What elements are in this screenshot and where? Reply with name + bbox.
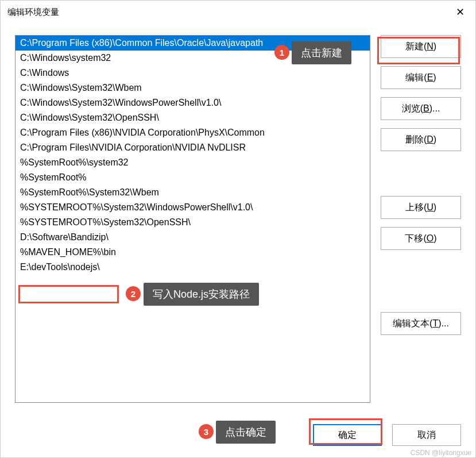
new-button[interactable]: 新建(N) [381, 35, 461, 58]
list-item[interactable]: E:\devTools\nodejs\ [16, 260, 370, 275]
button-column: 新建(N) 编辑(E) 浏览(B)... 删除(D) 上移(U) 下移(O) 编… [381, 35, 461, 410]
list-item[interactable]: %SystemRoot%\system32 [16, 155, 370, 170]
move-down-button[interactable]: 下移(O) [381, 227, 461, 250]
path-list[interactable]: C:\Program Files (x86)\Common Files\Orac… [15, 35, 370, 403]
list-item[interactable]: C:\Program Files\NVIDIA Corporation\NVID… [16, 140, 370, 155]
list-item[interactable]: %SYSTEMROOT%\System32\WindowsPowerShell\… [16, 200, 370, 215]
annotation-badge-1: 1 [274, 45, 289, 60]
env-var-dialog: 编辑环境变量 ✕ C:\Program Files (x86)\Common F… [0, 0, 476, 458]
annotation-badge-3: 3 [199, 424, 214, 439]
delete-button[interactable]: 删除(D) [381, 128, 461, 151]
list-item[interactable]: C:\Windows\System32\OpenSSH\ [16, 110, 370, 125]
edit-button[interactable]: 编辑(E) [381, 66, 461, 89]
list-item[interactable]: C:\Windows\System32\Wbem [16, 80, 370, 95]
list-item[interactable]: C:\Program Files (x86)\NVIDIA Corporatio… [16, 125, 370, 140]
list-item[interactable]: %SystemRoot%\System32\Wbem [16, 185, 370, 200]
ok-button[interactable]: 确定 [313, 424, 382, 446]
spacer [381, 258, 461, 304]
list-item[interactable]: C:\Windows [16, 66, 370, 80]
list-item[interactable]: %MAVEN_HOME%\bin [16, 245, 370, 260]
dialog-content: C:\Program Files (x86)\Common Files\Orac… [1, 24, 475, 415]
annotation-badge-2: 2 [126, 286, 141, 301]
edit-text-button[interactable]: 编辑文本(T)... [381, 312, 461, 335]
close-icon[interactable]: ✕ [451, 3, 469, 21]
list-item[interactable]: C:\Windows\System32\WindowsPowerShell\v1… [16, 95, 370, 110]
watermark: CSDN @liyitongxue [411, 449, 471, 457]
spacer [381, 159, 461, 188]
annotation-tooltip-1: 点击新建 [292, 41, 351, 64]
cancel-button[interactable]: 取消 [392, 424, 461, 446]
list-item[interactable]: %SystemRoot% [16, 170, 370, 185]
dialog-title: 编辑环境变量 [7, 7, 59, 18]
browse-button[interactable]: 浏览(B)... [381, 97, 461, 120]
move-up-button[interactable]: 上移(U) [381, 196, 461, 219]
list-item[interactable]: %SYSTEMROOT%\System32\OpenSSH\ [16, 215, 370, 230]
titlebar: 编辑环境变量 ✕ [1, 1, 475, 24]
annotation-tooltip-2: 写入Node.js安装路径 [144, 283, 259, 306]
annotation-tooltip-3: 点击确定 [216, 421, 276, 444]
list-item[interactable]: D:\Software\Bandizip\ [16, 230, 370, 245]
